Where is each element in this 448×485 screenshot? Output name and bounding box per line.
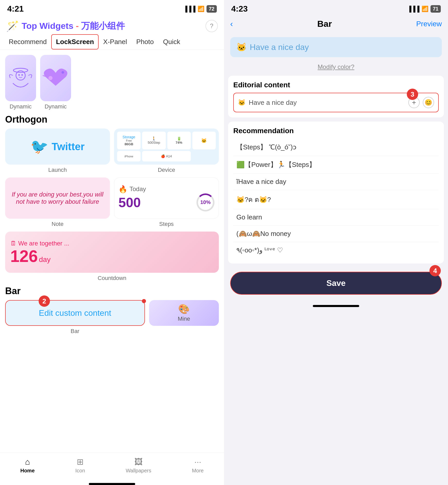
battery-left: 72 [206,5,217,13]
app-title: Top Widgets - 万能小组件 [22,20,125,32]
badge-4: 4 [429,265,441,276]
more-icon: ··· [194,457,201,467]
note-widget[interactable]: If you are doing your best,you will not … [5,177,110,227]
rec-item-0[interactable]: 【Steps】 ℃(ò_ó˘)ɔ [233,139,439,156]
steps-count: 500 [118,195,141,210]
steps-widget[interactable]: 🔥 Today 500 10% Steps [114,177,219,227]
mine-widget[interactable]: 🎨 Mine [149,300,219,335]
home-icon: ⌂ [25,457,30,467]
bar-widget-label: Bar [5,328,145,335]
edit-notification-dot [142,299,146,303]
editorial-title: Editorial content [233,81,439,89]
main-content: Dynamic Dynamic Orthogon [0,50,224,453]
wallpapers-label: Wallpapers [126,468,151,474]
battery-right: 71 [430,5,441,13]
note-steps-row: If you are doing your best,you will not … [5,177,219,227]
app-title-dash: - [73,21,81,31]
angel-illustration [5,63,36,93]
svg-point-7 [62,71,64,74]
bar-title: Bar [5,286,219,296]
device-cat: 🐱 [192,132,216,149]
tab-photo[interactable]: Photo [132,34,158,49]
help-button[interactable]: ? [205,20,218,32]
header-left: 🪄 Top Widgets - 万能小组件 [6,20,125,32]
rec-item-1[interactable]: 🟩【Power】🏃【Steps】 [233,156,439,174]
dynamic-card-1[interactable]: Dynamic [5,55,36,110]
more-label: More [192,468,204,474]
rec-item-6[interactable]: ٩(◦oo◦*)و ᴸᵒᵛᵉ ♡ [233,242,439,258]
signal-icon-left: ▐▐▐ [183,6,195,12]
wifi-icon-right: 📶 [421,6,428,12]
save-section: 4 Save [224,268,448,303]
nav-icon-tab[interactable]: ⊞ Icon [75,457,85,474]
twitter-label: Twitter [51,141,84,152]
modify-color-link[interactable]: Modify color? [318,63,355,70]
tab-lockscreen[interactable]: LockScreen [51,34,98,49]
right-panel: 4:23 ▐▐▐ 📶 71 ‹ Bar Preview 🐱 Have a nic… [224,0,448,485]
mine-label: Mine [178,316,190,322]
svg-point-4 [48,76,53,80]
dynamic-card-2[interactable]: Dynamic [40,55,71,110]
steps-circle: 10% [196,193,214,211]
bottom-nav: ⌂ Home ⊞ Icon 🖼 Wallpapers ··· More [0,453,224,481]
countdown-widget[interactable]: 🗓 We are together ... 126 day Countdown [5,232,219,282]
device-steps: 🚶 500Step [142,132,166,149]
back-button[interactable]: ‹ [230,19,233,29]
preview-cat-icon: 🐱 [236,42,247,52]
orthogon-title: Orthogon [5,114,219,125]
editorial-cat-icon: 🐱 [238,99,246,106]
preview-text: Have a nice day [250,42,309,52]
tabs-bar: Recommend LockScreen X-Panel Photo Quick [0,34,224,50]
app-title-cn: 万能小组件 [81,21,125,31]
note-text: If you are doing your best,you will not … [9,191,106,205]
dynamic-row: Dynamic Dynamic [5,55,219,110]
editorial-input-text[interactable]: Have a nice day [249,99,405,107]
fire-icon: 🔥 [118,185,127,193]
home-indicator-right [313,305,359,307]
twitter-widget[interactable]: 🐦 Twitter Launch [5,129,110,173]
rec-item-5[interactable]: (🙈ω🙈No money [233,226,439,242]
save-button[interactable]: Save [230,272,442,295]
page-title: Bar [317,19,332,29]
nav-home[interactable]: ⌂ Home [20,457,35,474]
device-grid: Storage Free 86GB 🚶 500Step 🔋 74% [117,132,216,161]
device-storage: Storage Free 86GB [117,132,141,149]
rec-item-2[interactable]: ĩHave a nice day [233,174,439,190]
badge-3: 3 [407,89,418,100]
signal-icon-right: ▐▐▐ [407,6,419,12]
nav-wallpapers[interactable]: 🖼 Wallpapers [126,457,151,474]
countdown-unit: day [39,256,50,263]
countdown-number: 126 [10,247,38,266]
emoji-icon: 😊 [425,99,432,106]
tab-recommend[interactable]: Recommend [4,34,51,49]
icon-tab-label: Icon [75,468,85,474]
note-label: Note [5,221,110,227]
rec-item-4[interactable]: Go learn [233,209,439,226]
twitter-device-row: 🐦 Twitter Launch Storage Free 86GB 🚶 [5,129,219,173]
rec-item-3[interactable]: 🐱?ค ต🐱? [233,190,439,209]
icon-tab-icon: ⊞ [77,457,84,467]
device-widget[interactable]: Storage Free 86GB 🚶 500Step 🔋 74% [114,129,219,173]
steps-label: Steps [114,221,219,227]
tab-xpanel[interactable]: X-Panel [99,34,132,49]
home-indicator-left [89,483,135,485]
app-logo: 🪄 [6,20,19,32]
status-icons-left: ▐▐▐ 📶 72 [183,5,217,13]
device-chip: 🍎 A14 [142,151,191,161]
dynamic-label-1: Dynamic [5,103,36,110]
steps-today: Today [130,185,146,193]
edit-custom-wrapper: 2 Edit custom content Bar [5,300,145,335]
mine-colorful-icon: 🎨 [178,304,190,314]
preview-button[interactable]: Preview [416,20,442,28]
recommendation-section: Recommendation 【Steps】 ℃(ò_ó˘)ɔ 🟩【Power】… [228,122,444,263]
app-title-top: Top Widgets [22,21,73,31]
tab-quick[interactable]: Quick [158,34,185,49]
edit-custom-button[interactable]: Edit custom content [5,300,145,326]
device-iphone: iPhone [117,151,141,161]
nav-more[interactable]: ··· More [192,457,204,474]
wifi-icon-left: 📶 [197,6,204,12]
svg-point-3 [21,74,23,76]
status-icons-right: ▐▐▐ 📶 71 [407,5,441,13]
app-header: 🪄 Top Widgets - 万能小组件 ? [0,16,224,34]
editorial-emoji-button[interactable]: 😊 [423,97,434,108]
